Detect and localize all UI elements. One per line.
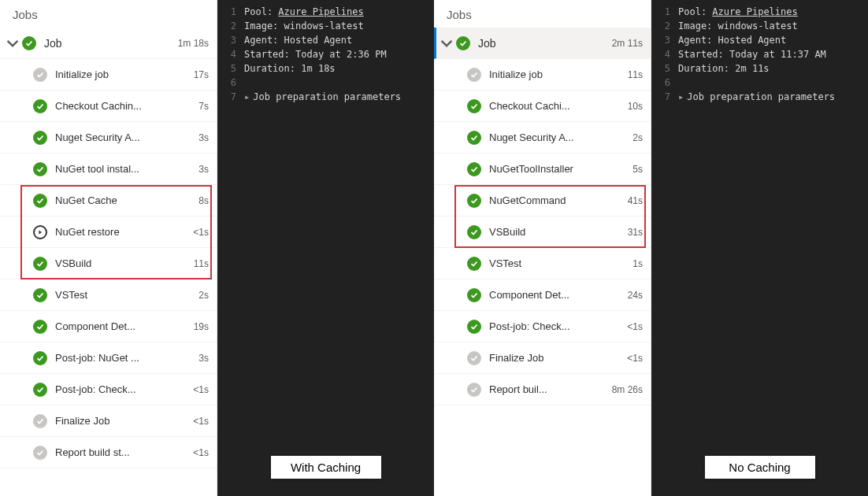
step-name: Finalize Job: [481, 352, 611, 364]
log-duration: Duration: 2m 11s: [678, 61, 770, 76]
success-icon: [467, 194, 481, 208]
step-duration: 19s: [177, 321, 209, 332]
jobs-column-right: Jobs Job 2m 11s Initialize job11sCheckou…: [434, 0, 651, 496]
step-name: NuGet restore: [47, 226, 177, 238]
pool-link[interactable]: Azure Pipelines: [278, 6, 363, 17]
success-icon: [33, 351, 47, 365]
step-row[interactable]: Post-job: NuGet ...3s: [0, 342, 217, 374]
step-row[interactable]: NuGet Cache8s: [0, 185, 217, 217]
caption-label: No Caching: [705, 456, 815, 479]
job-duration: 2m 11s: [611, 38, 643, 49]
neutral-icon: [467, 68, 481, 82]
step-row[interactable]: Post-job: Check...<1s: [434, 311, 651, 342]
step-duration: 7s: [177, 101, 209, 112]
step-duration: 1s: [611, 258, 643, 269]
job-summary-row[interactable]: Job 1m 18s: [0, 28, 217, 59]
step-row[interactable]: NuGetToolInstaller5s: [434, 154, 651, 185]
step-duration: 11s: [611, 69, 643, 80]
step-duration: <1s: [611, 321, 643, 332]
success-icon: [456, 36, 470, 50]
step-duration: 2s: [177, 290, 209, 301]
jobs-column-left: Jobs Job 1m 18s Initialize job17sCheckou…: [0, 0, 217, 496]
caption-label: With Caching: [271, 456, 381, 479]
step-name: Nuget Security A...: [481, 131, 611, 143]
log-pool-label: Pool:: [678, 6, 712, 17]
step-row[interactable]: Report build st...<1s: [0, 437, 217, 468]
chevron-down-icon[interactable]: [440, 37, 453, 50]
success-icon: [33, 162, 47, 176]
triangle-right-icon: ▸: [244, 90, 253, 104]
step-name: NuGet Cache: [47, 194, 177, 206]
step-duration: 17s: [177, 69, 209, 80]
step-row[interactable]: Initialize job17s: [0, 59, 217, 91]
step-name: Component Det...: [47, 320, 177, 332]
step-row[interactable]: Finalize Job<1s: [0, 405, 217, 437]
log-panel-right: 1Pool: Azure Pipelines 2Image: windows-l…: [651, 0, 868, 496]
job-duration: 1m 18s: [177, 38, 209, 49]
log-duration: Duration: 1m 18s: [244, 61, 336, 76]
step-row[interactable]: VSBuild11s: [0, 248, 217, 279]
log-agent: Agent: Hosted Agent: [678, 33, 786, 47]
log-started: Started: Today at 2:36 PM: [244, 47, 387, 61]
step-name: VSBuild: [47, 257, 177, 269]
log-agent: Agent: Hosted Agent: [244, 33, 352, 47]
job-title: Job: [36, 37, 177, 50]
success-icon: [33, 288, 47, 302]
step-duration: 3s: [177, 132, 209, 143]
step-row[interactable]: NuGet restore<1s: [0, 217, 217, 248]
step-name: Report build st...: [47, 446, 177, 458]
step-duration: 8m 26s: [611, 384, 643, 395]
step-name: Checkout Cachin...: [47, 100, 177, 112]
jobs-header: Jobs: [434, 0, 651, 28]
steps-list-right: Initialize job11sCheckout Cachi...10sNug…: [434, 59, 651, 405]
job-summary-row[interactable]: Job 2m 11s: [434, 28, 651, 59]
step-name: Post-job: Check...: [481, 320, 611, 332]
step-row[interactable]: Finalize Job<1s: [434, 342, 651, 374]
pool-link[interactable]: Azure Pipelines: [712, 6, 797, 17]
chevron-down-icon[interactable]: [6, 37, 19, 50]
log-prep: Job preparation parameters: [687, 90, 835, 104]
step-row[interactable]: Nuget Security A...2s: [434, 122, 651, 154]
step-row[interactable]: VSTest1s: [434, 248, 651, 279]
log-expand-row[interactable]: 7▸Job preparation parameters: [651, 90, 868, 104]
step-name: Initialize job: [47, 68, 177, 80]
step-duration: <1s: [177, 447, 209, 458]
step-row[interactable]: VSBuild31s: [434, 217, 651, 248]
step-row[interactable]: Initialize job11s: [434, 59, 651, 91]
success-icon: [467, 162, 481, 176]
step-row[interactable]: Checkout Cachi...10s: [434, 91, 651, 122]
step-row[interactable]: Nuget Security A...3s: [0, 122, 217, 154]
step-row[interactable]: Checkout Cachin...7s: [0, 91, 217, 122]
step-row[interactable]: Report buil...8m 26s: [434, 374, 651, 405]
step-name: Post-job: Check...: [47, 383, 177, 395]
step-name: VSTest: [481, 257, 611, 269]
log-image: Image: windows-latest: [678, 19, 798, 33]
step-row[interactable]: Component Det...24s: [434, 279, 651, 311]
log-prep: Job preparation parameters: [253, 90, 401, 104]
step-name: Component Det...: [481, 289, 611, 301]
job-title: Job: [470, 37, 611, 50]
step-row[interactable]: Component Det...19s: [0, 311, 217, 342]
success-icon: [467, 320, 481, 334]
success-icon: [467, 225, 481, 239]
step-duration: 8s: [177, 195, 209, 206]
triangle-right-icon: ▸: [678, 90, 687, 104]
success-icon: [467, 99, 481, 113]
step-row[interactable]: Post-job: Check...<1s: [0, 374, 217, 405]
step-duration: 11s: [177, 258, 209, 269]
step-duration: 2s: [611, 132, 643, 143]
success-icon: [33, 194, 47, 208]
skip-icon: [33, 225, 47, 239]
neutral-icon: [33, 68, 47, 82]
step-row[interactable]: VSTest2s: [0, 279, 217, 311]
success-icon: [33, 99, 47, 113]
log-panel-left: 1Pool: Azure Pipelines 2Image: windows-l…: [217, 0, 434, 496]
step-name: Initialize job: [481, 68, 611, 80]
step-duration: 3s: [177, 353, 209, 364]
success-icon: [467, 257, 481, 271]
step-duration: 3s: [177, 164, 209, 175]
log-pool-label: Pool:: [244, 6, 278, 17]
step-row[interactable]: NuGetCommand41s: [434, 185, 651, 217]
log-expand-row[interactable]: 7▸Job preparation parameters: [217, 90, 434, 104]
step-row[interactable]: NuGet tool instal...3s: [0, 154, 217, 185]
